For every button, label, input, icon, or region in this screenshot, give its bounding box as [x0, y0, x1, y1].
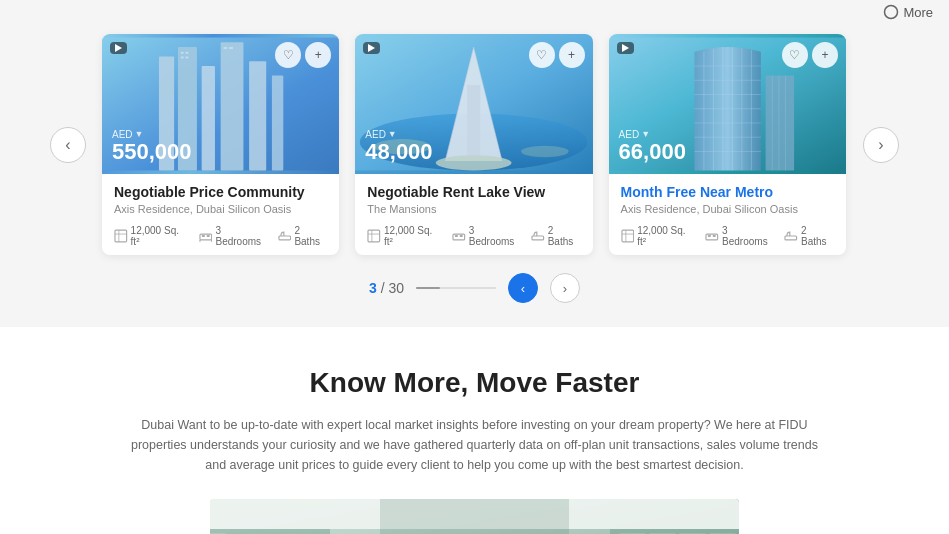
- price-tag-3: AED ▼ 66,000: [619, 129, 686, 164]
- sqft-value-2: 12,000 Sq. ft²: [384, 225, 442, 247]
- circle-icon: [883, 4, 899, 20]
- bed-icon-1: [199, 229, 213, 243]
- svg-rect-11: [186, 57, 189, 59]
- play-icon-2: [368, 44, 375, 52]
- more-button[interactable]: More: [883, 4, 933, 20]
- price-tag-1: AED ▼ 550,000: [112, 129, 192, 164]
- favorite-button-1[interactable]: ♡: [275, 42, 301, 68]
- bath-value-1: 2 Baths: [294, 225, 327, 247]
- card-body-3: Month Free Near Metro Axis Residence, Du…: [609, 174, 846, 255]
- card-actions-2: ♡ +: [529, 42, 585, 68]
- card-image-1: AED ▼ 550,000 ♡ +: [102, 34, 339, 174]
- svg-point-0: [885, 6, 898, 19]
- svg-rect-4: [202, 66, 215, 170]
- svg-rect-13: [229, 47, 233, 49]
- svg-rect-63: [785, 236, 797, 240]
- card-body-2: Negotiable Rent Lake View The Mansions 1…: [355, 174, 592, 255]
- bath-icon-2: [531, 229, 545, 243]
- svg-rect-22: [279, 236, 291, 240]
- svg-point-31: [521, 146, 568, 157]
- bed-value-1: 3 Bedrooms: [215, 225, 267, 247]
- card-actions-1: ♡ +: [275, 42, 331, 68]
- pagination-progress-bar: [416, 287, 496, 289]
- svg-rect-62: [713, 235, 716, 237]
- sqft-icon-2: [367, 229, 381, 243]
- svg-rect-53: [765, 76, 793, 171]
- card-features-1: 12,000 Sq. ft² 3 Bedrooms: [114, 225, 327, 247]
- play-icon-3: [622, 44, 629, 52]
- svg-rect-38: [532, 236, 544, 240]
- card-features-3: 12,000 Sq. ft² 3 Bedrooms: [621, 225, 834, 247]
- pagination-current: 3 / 30: [369, 280, 404, 296]
- svg-rect-26: [467, 85, 480, 161]
- carousel-prev-button[interactable]: ‹: [50, 127, 86, 163]
- top-bar: More: [0, 0, 949, 24]
- pagination-prev-button[interactable]: ‹: [508, 273, 538, 303]
- sqft-value-1: 12,000 Sq. ft²: [131, 225, 189, 247]
- svg-rect-7: [272, 76, 283, 171]
- sqft-icon-3: [621, 229, 635, 243]
- feature-sqft-2: 12,000 Sq. ft²: [367, 225, 442, 247]
- feature-bed-1: 3 Bedrooms: [199, 225, 268, 247]
- virtual-tour-section[interactable]: 360° Virtual Tour: [210, 499, 739, 534]
- video-badge-2: [363, 42, 380, 54]
- svg-rect-19: [207, 235, 210, 237]
- card-actions-3: ♡ +: [782, 42, 838, 68]
- favorite-button-3[interactable]: ♡: [782, 42, 808, 68]
- play-icon-1: [115, 44, 122, 52]
- bath-value-3: 2 Baths: [801, 225, 834, 247]
- price-amount-3: 66,000: [619, 140, 686, 164]
- add-button-2[interactable]: +: [559, 42, 585, 68]
- carousel-next-button[interactable]: ›: [863, 127, 899, 163]
- card-title-1: Negotiable Price Community: [114, 184, 327, 200]
- chevron-left-icon: ‹: [65, 136, 70, 154]
- svg-rect-6: [249, 61, 266, 170]
- svg-rect-9: [186, 52, 189, 54]
- price-amount-2: 48,000: [365, 140, 432, 164]
- bath-value-2: 2 Baths: [548, 225, 581, 247]
- card-body-1: Negotiable Price Community Axis Residenc…: [102, 174, 339, 255]
- feature-bath-2: 2 Baths: [531, 225, 580, 247]
- card-subtitle-3: Axis Residence, Dubai Silicon Oasis: [621, 203, 834, 215]
- currency-2: AED: [365, 129, 386, 140]
- svg-rect-17: [200, 234, 212, 240]
- svg-rect-10: [181, 57, 184, 59]
- svg-rect-35: [453, 234, 465, 240]
- video-badge-1: [110, 42, 127, 54]
- chevron-right-icon: ›: [878, 136, 883, 154]
- cards-container: AED ▼ 550,000 ♡ + Negotiable Price Commu…: [86, 24, 863, 265]
- vt-overlay: [210, 499, 739, 534]
- know-more-title: Know More, Move Faster: [80, 367, 869, 399]
- svg-rect-61: [708, 235, 711, 237]
- sqft-icon-1: [114, 229, 128, 243]
- svg-point-29: [436, 155, 512, 170]
- svg-rect-32: [368, 230, 380, 242]
- more-label: More: [903, 5, 933, 20]
- price-amount-1: 550,000: [112, 140, 192, 164]
- svg-rect-57: [622, 230, 634, 242]
- card-image-3: AED ▼ 66,000 ♡ +: [609, 34, 846, 174]
- add-button-1[interactable]: +: [305, 42, 331, 68]
- know-more-section: Know More, Move Faster Dubai Want to be …: [0, 327, 949, 534]
- card-subtitle-1: Axis Residence, Dubai Silicon Oasis: [114, 203, 327, 215]
- bed-value-2: 3 Bedrooms: [469, 225, 521, 247]
- pagination: 3 / 30 ‹ ›: [0, 265, 949, 307]
- card-features-2: 12,000 Sq. ft² 3 Bedrooms: [367, 225, 580, 247]
- svg-rect-12: [223, 47, 227, 49]
- feature-bath-3: 2 Baths: [784, 225, 833, 247]
- svg-rect-18: [202, 235, 205, 237]
- add-button-3[interactable]: +: [812, 42, 838, 68]
- currency-3: AED: [619, 129, 640, 140]
- svg-rect-36: [455, 235, 458, 237]
- pagination-next-button[interactable]: ›: [550, 273, 580, 303]
- video-badge-3: [617, 42, 634, 54]
- property-card-2[interactable]: AED ▼ 48,000 ♡ + Negotiable Rent Lake Vi…: [355, 34, 592, 255]
- pagination-chevron-right-icon: ›: [563, 281, 567, 296]
- property-card-3[interactable]: AED ▼ 66,000 ♡ + Month Free Near Metro A…: [609, 34, 846, 255]
- property-card-1[interactable]: AED ▼ 550,000 ♡ + Negotiable Price Commu…: [102, 34, 339, 255]
- svg-rect-37: [460, 235, 463, 237]
- favorite-button-2[interactable]: ♡: [529, 42, 555, 68]
- pagination-progress-fill: [416, 287, 440, 289]
- feature-sqft-3: 12,000 Sq. ft²: [621, 225, 696, 247]
- price-tag-2: AED ▼ 48,000: [365, 129, 432, 164]
